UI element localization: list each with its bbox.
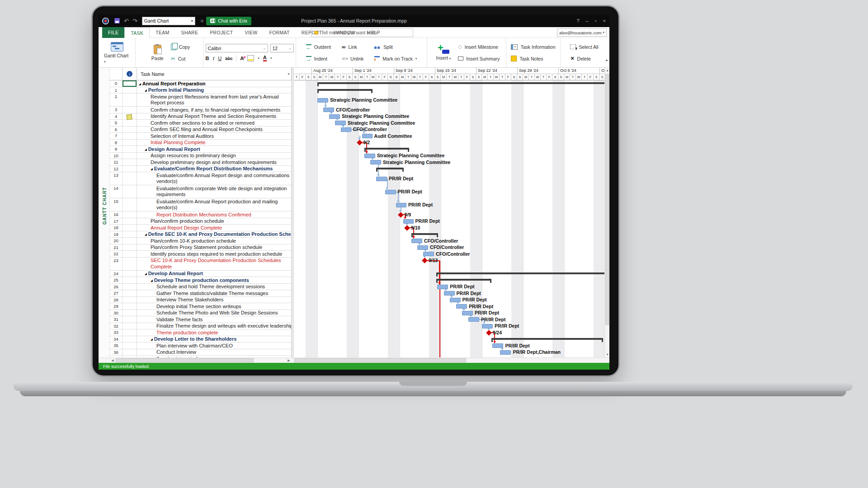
info-cell[interactable] [123,258,137,270]
collapse-icon[interactable]: ◢ [151,338,153,341]
task-name-cell[interactable]: Report Distribution Mechanisms Confirmed [137,211,292,218]
task-name-cell[interactable]: Develop initial Theme section writeups [137,303,292,310]
table-row[interactable]: 34◢Develop Letter to the Shareholders [110,336,292,343]
collapse-icon[interactable]: ◢ [145,272,147,275]
task-name-cell[interactable]: Confirm other sections to be added or re… [137,120,292,126]
task-name-cell[interactable]: Initial Planning Complete [137,140,292,146]
redo-icon[interactable]: ↷ [132,18,137,24]
delete-button[interactable]: ✕ Delete [570,55,598,62]
font-size-select[interactable]: 12⌄ [270,44,294,52]
table-row[interactable]: 27Gather Theme statistics/validate Theme… [110,290,292,297]
table-row[interactable]: 10Assign resources to preliminary design [110,153,292,160]
insert-milestone-button[interactable]: ◇ Insert Milestone [458,43,500,51]
gantt-task-bar[interactable] [323,108,334,112]
task-name-cell[interactable]: ◢Develop Annual Report [137,271,292,277]
info-cell[interactable] [123,107,137,113]
tab-team[interactable]: TEAM [150,27,175,38]
info-cell[interactable] [123,284,137,290]
task-name-cell[interactable]: Plan/confirm production schedule [137,218,292,225]
info-cell[interactable] [123,251,137,257]
tab-format[interactable]: FORMAT [263,27,295,38]
info-cell[interactable] [123,159,137,165]
gantt-task-bar[interactable] [362,134,373,138]
task-name-cell[interactable]: Interview Theme Stakeholders [137,297,292,303]
help-button[interactable]: ? [576,18,579,23]
table-row[interactable]: 31Validate Theme facts [110,316,292,323]
collapse-icon[interactable]: ◢ [145,233,147,236]
gantt-task-bar[interactable] [396,203,406,207]
info-cell[interactable] [123,80,137,87]
table-row[interactable]: 28Interview Theme Stakeholders [110,297,292,304]
task-name-cell[interactable]: SEC 10-K and Proxy Documentation Product… [137,258,292,270]
info-cell[interactable] [123,290,137,296]
info-cell[interactable] [123,225,137,231]
table-row[interactable]: 12◢Evaluate/Confirm Report Distribution … [110,166,292,173]
table-row[interactable]: 30Schedule Theme Photo and Web Site Desi… [110,310,292,317]
underline-button[interactable]: U [218,56,222,61]
unlink-button[interactable]: ⊂⊃ Unlink [342,55,363,62]
gantt-summary-bar[interactable] [317,82,604,84]
font-name-select[interactable]: Calibri⌄ [206,44,268,52]
ribbon-expand-icon[interactable]: ▸ [606,58,608,62]
table-row[interactable]: 8Initial Planning Complete [110,140,292,146]
tab-view[interactable]: VIEW [239,27,263,38]
view-options-icon[interactable]: ≡ [201,18,203,23]
table-row[interactable]: 6Confirm SEC filing and Annual Report Ch… [110,127,292,133]
info-cell[interactable] [123,133,137,139]
gantt-task-bar[interactable] [456,304,467,309]
table-row[interactable]: 35Plan interview with Chairman/CEO [110,343,292,349]
info-column-header[interactable]: i [123,68,137,80]
task-name-cell[interactable]: Identify process steps required to meet … [137,251,292,257]
italic-button[interactable]: I [212,56,214,61]
table-row[interactable]: 9◢Design Annual Report [110,146,292,153]
gantt-milestone-icon[interactable] [486,330,492,336]
outdent-button[interactable]: ← Outdent [306,43,331,51]
table-row[interactable]: 23SEC 10-K and Proxy Documentation Produ… [110,258,292,271]
table-scroll-left-icon[interactable]: ◀ [110,358,115,363]
clear-format-button[interactable]: A [240,56,244,61]
table-row[interactable]: 25◢Develop Theme production components [110,277,292,284]
info-cell[interactable] [123,218,137,225]
tab-share[interactable]: SHARE [175,27,204,38]
table-row[interactable]: 19◢Define SEC 10-K and Proxy Documentati… [110,231,292,238]
table-row[interactable]: 1◢Perform Initial Planning [110,87,292,94]
task-name-cell[interactable]: Assign resources to preliminary design [137,153,292,159]
table-row[interactable]: 16Report Distribution Mechanisms Confirm… [110,211,292,218]
info-cell[interactable] [123,238,137,244]
info-cell[interactable] [123,113,137,120]
table-scroll-thumb[interactable] [116,358,254,362]
task-information-button[interactable]: Task Information [511,43,555,51]
task-name-cell[interactable]: Plan/confirm Proxy Statement production … [137,244,292,251]
table-row[interactable]: 2Review project file/lessons learned fro… [110,94,292,107]
task-name-cell[interactable]: ◢Define SEC 10-K and Proxy Documentation… [137,231,292,238]
collapse-icon[interactable]: ◢ [145,89,147,92]
gantt-milestone-icon[interactable] [405,225,410,231]
gantt-task-bar[interactable] [500,350,511,355]
table-row[interactable]: 29Develop initial Theme section writeups [110,303,292,310]
maximize-button[interactable]: ▫ [595,18,597,23]
collapse-icon[interactable]: ◢ [145,148,147,151]
strikethrough-button[interactable]: abc [225,56,232,61]
split-button[interactable]: Split [374,43,417,51]
task-name-cell[interactable]: ◢Design Annual Report [137,146,292,152]
paste-button[interactable]: Paste [149,44,166,62]
table-row[interactable]: 4Identify Annual Report Theme and Sectio… [110,113,292,120]
gantt-summary-bar[interactable] [411,233,438,235]
info-cell[interactable] [123,127,137,133]
task-name-cell[interactable]: Review project file/lessons learned from… [137,94,292,106]
info-cell[interactable] [123,271,137,277]
view-selector[interactable]: Gantt Chart ▾ [142,17,195,25]
task-name-cell[interactable]: Finalize Theme design and writeups with … [137,323,292,329]
task-name-cell[interactable]: Develop preliminary design and informati… [137,159,292,165]
collapse-icon[interactable]: ◢ [151,168,153,170]
tab-file[interactable]: FILE [102,27,124,38]
font-color-button[interactable]: A [263,55,267,61]
tab-task[interactable]: TASK [124,27,150,38]
table-row[interactable]: 15Evaluate/confirm Annual Report product… [110,198,292,211]
cut-button[interactable]: ✂ Cut [171,55,190,62]
gantt-task-bar[interactable] [329,114,340,119]
task-name-cell[interactable]: Evaluate/confirm Annual Report productio… [137,198,292,211]
indent-button[interactable]: → Indent [306,55,331,62]
gantt-task-bar[interactable] [364,154,375,158]
info-cell[interactable] [123,140,137,146]
